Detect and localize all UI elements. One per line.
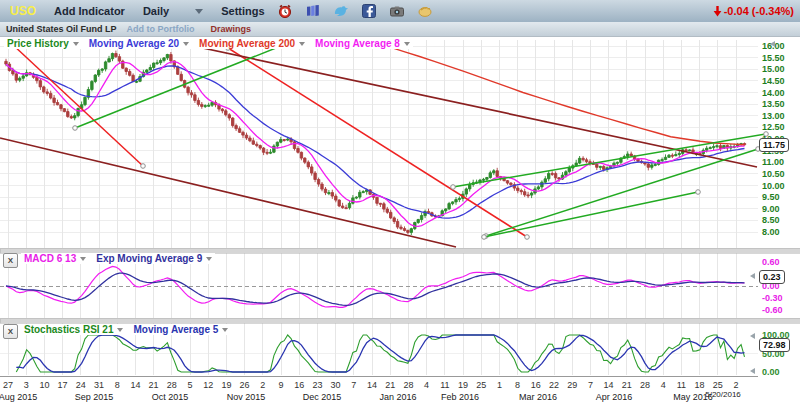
- chevron-down-icon: [222, 328, 228, 332]
- svg-text:24: 24: [76, 380, 86, 390]
- svg-text:11: 11: [440, 380, 449, 390]
- svg-text:10.50: 10.50: [762, 169, 785, 179]
- alarm-clock-icon[interactable]: [277, 3, 293, 19]
- svg-text:14.50: 14.50: [762, 76, 785, 86]
- pane-handle-icon[interactable]: [770, 41, 775, 47]
- camera-icon[interactable]: [389, 3, 405, 19]
- symbol-label: USO: [10, 4, 36, 18]
- svg-text:16: 16: [531, 380, 541, 390]
- svg-text:12.50: 12.50: [762, 122, 785, 132]
- svg-text:23: 23: [312, 380, 322, 390]
- stoch-pane-legend: Stochastics RSI 21 Moving Average 5: [21, 324, 231, 335]
- chevron-down-icon: [404, 42, 410, 46]
- drawings-link[interactable]: Drawings: [211, 24, 252, 34]
- svg-text:27: 27: [3, 380, 13, 390]
- symbol-bar: United States Oil Fund LP Add to Portfol…: [0, 22, 800, 37]
- trendline-handle-icon[interactable]: [525, 235, 530, 240]
- trendline-green-channel-upper[interactable]: [453, 134, 766, 187]
- svg-text:13.50: 13.50: [762, 99, 785, 109]
- svg-text:-0.30: -0.30: [762, 293, 783, 303]
- trendline-handle-icon[interactable]: [73, 126, 78, 131]
- svg-text:13.00: 13.00: [762, 111, 785, 121]
- svg-text:31: 31: [94, 380, 104, 390]
- add-to-portfolio-link[interactable]: Add to Portfolio: [127, 24, 195, 34]
- app-window: 16.0015.5015.0014.5014.0013.5013.0012.50…: [0, 0, 800, 406]
- svg-text:21: 21: [385, 380, 395, 390]
- chevron-down-icon: [80, 257, 86, 261]
- svg-text:Dec 2015: Dec 2015: [303, 392, 342, 402]
- svg-text:8.00: 8.00: [762, 227, 780, 237]
- price-pane-legend: Price History Moving Average 20 Moving A…: [4, 38, 413, 49]
- svg-text:2: 2: [733, 380, 738, 390]
- candlestick-series: [5, 51, 746, 235]
- macd-dropdown[interactable]: MACD 6 13: [24, 253, 86, 264]
- svg-text:19: 19: [221, 380, 231, 390]
- change-value: -0.04 (-0.34%): [724, 5, 794, 17]
- chevron-down-icon: [195, 9, 203, 14]
- stoch-ma-dropdown[interactable]: Moving Average 5: [133, 324, 228, 335]
- svg-text:9.50: 9.50: [762, 192, 780, 202]
- company-name: United States Oil Fund LP: [6, 24, 117, 34]
- svg-text:14.00: 14.00: [762, 88, 785, 98]
- chart-area[interactable]: 16.0015.5015.0014.5014.0013.5013.0012.50…: [0, 0, 800, 406]
- svg-text:28: 28: [640, 380, 650, 390]
- pane-handle-icon[interactable]: [750, 333, 755, 339]
- svg-text:Feb 2016: Feb 2016: [441, 392, 479, 402]
- add-indicator-button[interactable]: Add Indicator: [54, 5, 125, 17]
- period-value: Daily: [143, 5, 169, 17]
- svg-text:8: 8: [115, 380, 120, 390]
- trendline-maroon-channel-lower[interactable]: [0, 138, 456, 247]
- svg-text:18: 18: [695, 380, 705, 390]
- ma200-line: [361, 38, 745, 145]
- price-history-dropdown[interactable]: Price History: [7, 38, 79, 49]
- period-select[interactable]: Daily: [143, 5, 203, 17]
- macd-signal-dropdown[interactable]: Exp Moving Average 9: [96, 253, 212, 264]
- twitter-icon[interactable]: [333, 3, 349, 19]
- svg-text:17: 17: [58, 380, 68, 390]
- svg-text:5/20/2016: 5/20/2016: [705, 390, 741, 399]
- svg-text:22: 22: [549, 380, 559, 390]
- chevron-down-icon: [206, 257, 212, 261]
- stoch-close-button[interactable]: X: [3, 324, 18, 339]
- down-arrow-icon: [713, 5, 722, 17]
- price-change: -0.04 (-0.34%): [713, 5, 794, 17]
- trendline-handle-icon[interactable]: [141, 164, 146, 169]
- chevron-down-icon: [183, 42, 189, 46]
- svg-text:28: 28: [167, 380, 177, 390]
- pane-handle-icon[interactable]: [750, 273, 755, 279]
- ma8-dropdown[interactable]: Moving Average 8: [315, 38, 410, 49]
- chevron-down-icon: [73, 42, 79, 46]
- svg-text:15.00: 15.00: [762, 64, 785, 74]
- svg-text:0.00: 0.00: [762, 367, 780, 377]
- macd-close-button[interactable]: X: [3, 253, 18, 268]
- svg-text:12: 12: [203, 380, 213, 390]
- trendlines[interactable]: [0, 39, 768, 247]
- last-price-box: 11.75: [759, 138, 789, 152]
- trendline-green-mid[interactable]: [484, 192, 698, 237]
- settings-button[interactable]: Settings: [221, 5, 264, 17]
- hand-icon[interactable]: [417, 3, 433, 19]
- svg-text:4: 4: [424, 380, 429, 390]
- date-axis: 2731017243181421285121926291623307142128…: [0, 380, 741, 402]
- svg-text:10.00: 10.00: [762, 181, 785, 191]
- chart-panels-icon[interactable]: [305, 3, 321, 19]
- svg-text:8: 8: [515, 380, 520, 390]
- ma200-dropdown[interactable]: Moving Average 200: [199, 38, 305, 49]
- trendline-handle-icon[interactable]: [696, 190, 701, 195]
- svg-text:4: 4: [661, 380, 666, 390]
- ma20-dropdown[interactable]: Moving Average 20: [89, 38, 189, 49]
- svg-text:10: 10: [39, 380, 49, 390]
- svg-text:Apr 2016: Apr 2016: [596, 392, 633, 402]
- svg-text:11: 11: [677, 380, 686, 390]
- svg-text:19: 19: [458, 380, 468, 390]
- pane-handle-icon[interactable]: [750, 368, 755, 374]
- stoch-dropdown[interactable]: Stochastics RSI 21: [24, 324, 123, 335]
- svg-text:-0.60: -0.60: [762, 305, 783, 315]
- trendline-handle-icon[interactable]: [482, 235, 487, 240]
- svg-text:28: 28: [403, 380, 413, 390]
- svg-text:2: 2: [260, 380, 265, 390]
- facebook-icon[interactable]: [361, 3, 377, 19]
- svg-text:29: 29: [567, 380, 577, 390]
- svg-text:8.50: 8.50: [762, 215, 780, 225]
- trendline-handle-icon[interactable]: [451, 185, 456, 190]
